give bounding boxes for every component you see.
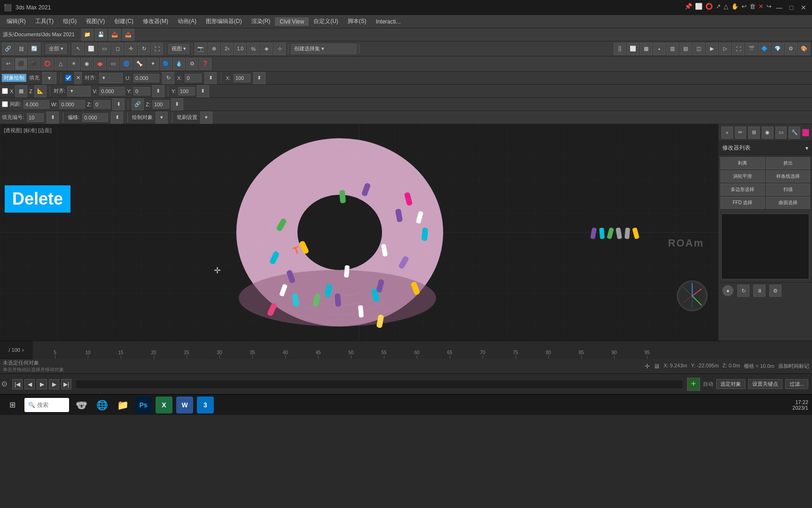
plane-btn[interactable]: ▭ — [107, 58, 119, 70]
pivot-btn[interactable]: ⊕ — [208, 43, 220, 55]
timeline-mark[interactable]: 35 — [236, 350, 269, 359]
menu-custom[interactable]: 自定义(U) — [309, 16, 343, 26]
minimize-btn[interactable]: — — [774, 3, 784, 12]
cone-btn[interactable]: △ — [55, 58, 67, 70]
menu-group[interactable]: 组(G) — [58, 16, 81, 26]
move-btn[interactable]: ✛ — [125, 43, 137, 55]
auto-label[interactable]: 自动 — [703, 381, 713, 388]
link2-btn[interactable]: 🔗 — [132, 98, 144, 111]
timeline-ruler[interactable]: 5101520253035404550556065707580859095 — [33, 341, 812, 359]
taskbar-browser[interactable]: 🌐 — [94, 397, 110, 413]
check-x[interactable] — [65, 75, 71, 81]
add-time-marker[interactable]: 添加时间标记 — [778, 363, 809, 370]
menu-modifier[interactable]: 修改器(M) — [138, 16, 173, 26]
menu-civil-view[interactable]: Civil View — [275, 17, 309, 26]
undo2-btn[interactable]: ↩ — [2, 58, 14, 70]
x-spinner[interactable]: ⬍ — [204, 72, 217, 84]
menu-create[interactable]: 创建(C) — [109, 16, 138, 26]
viewport[interactable]: [透视图] [标准] [边面] Delete — [0, 124, 718, 341]
render2-btn[interactable]: ▷ — [719, 43, 731, 55]
koala-icon[interactable]: 🐨 — [73, 397, 90, 413]
render5-btn[interactable]: 🔷 — [758, 43, 771, 55]
v-input[interactable] — [99, 87, 125, 95]
timeline-mark[interactable]: 95 — [631, 350, 664, 359]
menu-render[interactable]: 渲染(R) — [247, 16, 275, 26]
unlink-btn[interactable]: ⛓ — [15, 43, 27, 55]
filter-btn[interactable]: 过滤... — [785, 379, 808, 389]
x-input[interactable] — [185, 74, 202, 82]
timeline-mark[interactable]: 5 — [39, 350, 71, 359]
cylinder-btn[interactable]: ⭕ — [41, 58, 54, 70]
timeline-mark[interactable]: 80 — [532, 350, 565, 359]
render7-btn[interactable]: ⚙ — [785, 43, 797, 55]
color-swatch[interactable] — [802, 129, 809, 136]
y-input[interactable] — [133, 87, 150, 95]
timeline-mark[interactable]: 85 — [565, 350, 598, 359]
timeline-mark[interactable]: 15 — [104, 350, 137, 359]
timeline-mark[interactable]: 70 — [466, 350, 499, 359]
timeline-mark[interactable]: 65 — [433, 350, 466, 359]
z-input[interactable] — [94, 100, 110, 109]
sphere-btn[interactable]: ⚫ — [28, 58, 40, 70]
taskbar-word[interactable]: W — [176, 397, 193, 413]
align2-dropdown[interactable]: ▾ — [67, 86, 91, 96]
search-bar[interactable]: 🔍 — [24, 398, 69, 412]
timeline-mark[interactable]: 25 — [170, 350, 203, 359]
bind-btn[interactable]: 🔄 — [28, 43, 40, 55]
link-btn[interactable]: 🔗 — [2, 43, 14, 55]
percent-btn[interactable]: % — [247, 43, 259, 55]
mod-sweep[interactable]: 扫描 — [766, 183, 811, 196]
export-btn[interactable]: 📤 — [122, 29, 134, 41]
maximize-btn[interactable]: □ — [787, 3, 796, 12]
py-input[interactable] — [178, 87, 195, 95]
num2-btn[interactable]: 1.0 — [234, 43, 246, 55]
add-anim-btn[interactable]: + — [687, 378, 700, 391]
open-btn[interactable]: 📁 — [81, 29, 94, 41]
menu-interactive[interactable]: Interacti... — [371, 17, 406, 26]
question-btn[interactable]: ❓ — [199, 58, 211, 70]
mod-peel[interactable]: 剥离 — [720, 157, 765, 169]
layout4-btn[interactable]: ▪ — [653, 43, 665, 55]
mirror-btn[interactable]: ▦ — [15, 85, 27, 97]
select-btn[interactable]: ↖ — [72, 43, 84, 55]
import-btn[interactable]: 📥 — [109, 29, 121, 41]
taskbar-excel[interactable]: X — [156, 397, 172, 413]
menu-script[interactable]: 脚本(S) — [343, 16, 371, 26]
layout5-btn[interactable]: ▥ — [666, 43, 679, 55]
rp-hierarchy-btn[interactable]: ⊞ — [748, 127, 760, 139]
timeline-mark[interactable]: 55 — [367, 350, 400, 359]
select-dropdown[interactable]: 全部 ▾ — [46, 44, 67, 54]
timeline-mark[interactable]: 10 — [71, 350, 104, 359]
modifier-dropdown-icon[interactable]: ▾ — [805, 145, 808, 151]
fill-num-input[interactable] — [27, 113, 44, 122]
mod-ffd-sel[interactable]: FFD 选择 — [720, 197, 765, 209]
rect-sel2-btn[interactable]: ▭ — [98, 43, 110, 55]
mod-extrude[interactable]: 挤出 — [766, 157, 811, 169]
taskbar-ps[interactable]: Ps — [135, 397, 152, 413]
config-view-btn[interactable]: ⚙ — [769, 285, 781, 297]
layout3-btn[interactable]: ▦ — [640, 43, 652, 55]
check-x2[interactable] — [2, 88, 8, 94]
timeline-slider[interactable] — [75, 380, 683, 389]
rp-motion-btn[interactable]: ▭ — [775, 127, 787, 139]
box-btn[interactable]: ⬛ — [15, 58, 27, 70]
next-key-btn[interactable]: ▶| — [61, 379, 71, 389]
region-btn[interactable]: ◻ — [111, 43, 124, 55]
rp-display-btn[interactable]: ◉ — [762, 127, 773, 139]
pz-spinner[interactable]: ⬍ — [171, 98, 183, 111]
menu-view[interactable]: 视图(V) — [81, 16, 109, 26]
nurbs-btn[interactable]: 🌀 — [120, 58, 133, 70]
brush-dropdown[interactable]: ▾ — [200, 111, 212, 124]
scale-btn[interactable]: ⛶ — [151, 43, 163, 55]
y-spinner[interactable]: ⬍ — [152, 85, 164, 97]
frame-arrow[interactable]: › — [22, 347, 24, 353]
create-sel-dropdown[interactable]: 创建选择集 ▾ — [291, 44, 357, 54]
light-btn[interactable]: ☀ — [68, 58, 80, 70]
prev-key-btn[interactable]: |◀ — [12, 379, 23, 389]
num1-btn[interactable]: 2s — [221, 43, 233, 55]
windows-btn[interactable]: ⊞ — [4, 397, 21, 413]
render8-btn[interactable]: 🎨 — [798, 43, 810, 55]
x-btn[interactable]: ✕ — [74, 72, 82, 84]
view-dropdown[interactable]: 视图 ▾ — [168, 44, 189, 54]
mini-keys-btn[interactable]: ⚙ — [0, 380, 8, 389]
